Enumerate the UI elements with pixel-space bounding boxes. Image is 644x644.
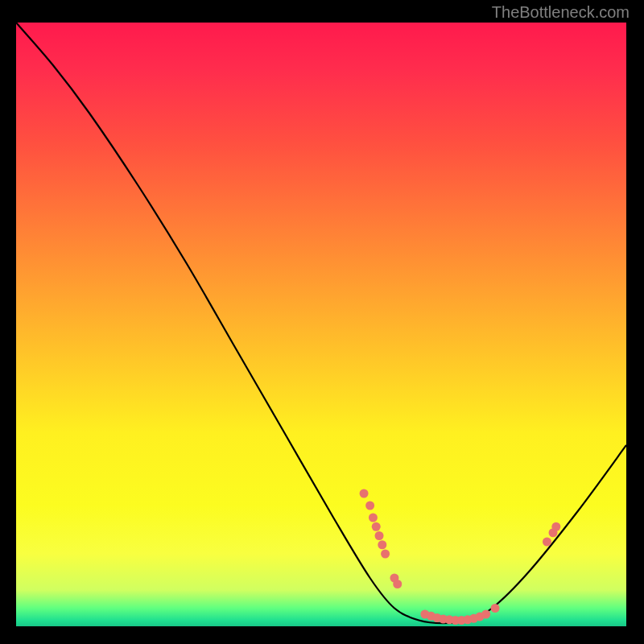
data-marker <box>481 610 490 619</box>
data-marker <box>543 538 551 547</box>
attribution-text: TheBottleneck.com <box>492 3 630 22</box>
data-marker <box>365 502 374 510</box>
bottleneck-curve <box>16 23 626 623</box>
data-marker <box>378 540 386 549</box>
data-marker <box>372 522 381 531</box>
data-marker <box>491 604 500 613</box>
data-marker <box>369 514 378 522</box>
chart-svg <box>16 23 626 626</box>
data-marker <box>381 550 390 559</box>
data-marker <box>551 522 560 531</box>
data-marker <box>360 489 369 498</box>
data-marker <box>393 580 402 588</box>
data-marker <box>375 531 384 540</box>
chart-plot-area <box>16 23 626 626</box>
